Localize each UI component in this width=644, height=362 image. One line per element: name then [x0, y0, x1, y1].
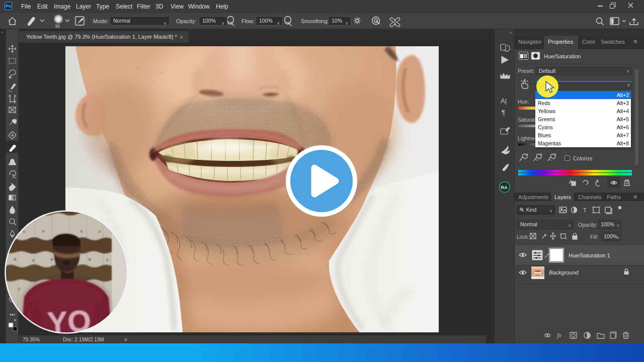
svg-text:+: +: [536, 158, 538, 162]
svg-text:T: T: [583, 207, 587, 213]
svg-text:Opacity:: Opacity:: [176, 18, 196, 24]
svg-text:Flow:: Flow:: [242, 18, 255, 24]
svg-text:RA: RA: [501, 185, 508, 190]
svg-text:35: 35: [55, 24, 60, 29]
svg-text:¶: ¶: [502, 109, 505, 116]
svg-text:Mode:: Mode:: [93, 18, 109, 24]
svg-text:−: −: [550, 158, 552, 162]
svg-text:fx: fx: [557, 332, 561, 339]
svg-text:A|: A|: [501, 97, 507, 105]
svg-text:Smoothing:: Smoothing:: [301, 18, 329, 24]
svg-text:»: »: [510, 31, 512, 35]
